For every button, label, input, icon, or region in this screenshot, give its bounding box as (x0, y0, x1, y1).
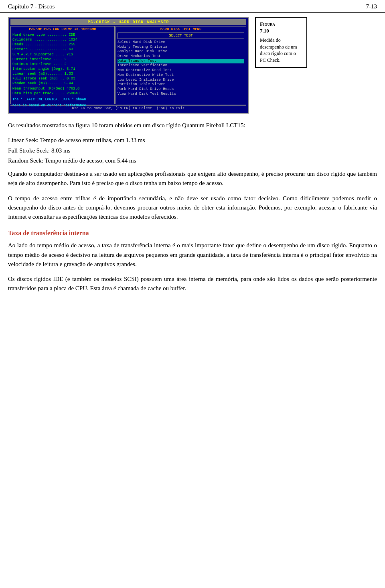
data-line: S.M.A.R.T Supported .... YES (12, 52, 113, 57)
menu-item: Low Level Initialise Drive (118, 78, 244, 83)
screen-left-panel: PARAMETERS FOR DRIVE #1.15003MB Hard dri… (10, 26, 115, 104)
data-line: Heads ................... 255 (12, 42, 113, 47)
note-line: The * EFFECTIVE LOGICAL DATA * shown (12, 98, 113, 102)
menu-item: Park Hard Disk Drive Heads (118, 87, 244, 92)
data-line: Mean throughput (KB/Sec) 4762.0 (12, 86, 113, 91)
paragraph-1: Quando o computador destina-se a ser usa… (8, 169, 377, 188)
figure-label: Figura 7.10 (260, 21, 302, 35)
data-line: Intersector angle (Deg). 5.71 (12, 67, 113, 71)
chapter-title: Capítulo 7 - Discos (8, 3, 55, 10)
figure-description: Medida do desempenho de um disco rígido … (260, 37, 302, 64)
figure-row: PC-CHECK - HARD DISK ANALYSER PARAMETERS… (8, 17, 377, 114)
select-test-box: SELECT TEST (118, 33, 244, 39)
data-line: Full stroke seek (mS) .. 0.03 (12, 76, 113, 81)
menu-item: Interleave Verification (118, 63, 244, 68)
left-data-lines: Hard drive type ......... IDECylinders .… (12, 33, 113, 96)
page-number: 7-13 (366, 3, 377, 10)
data-line: Linear seek (mS)....... 1.33 (12, 71, 113, 76)
figure-caption-box: Figura 7.10 Medida do desempenho de um d… (255, 17, 307, 68)
data-line: Hard drive type ......... IDE (12, 33, 113, 37)
spec-item: Linear Seek: Tempo de acesso entre trilh… (8, 136, 377, 145)
specs-list: Linear Seek: Tempo de acesso entre trilh… (8, 136, 377, 165)
spec-item: Full Stroke Seek: 8.03 ms (8, 146, 377, 155)
content-area: PC-CHECK - HARD DISK ANALYSER PARAMETERS… (0, 17, 385, 293)
data-line: Cylinders ............... 1024 (12, 37, 113, 42)
left-header: PARAMETERS FOR DRIVE #1.15003MB (12, 27, 113, 31)
menu-item: View Hard Disk Test Results (118, 92, 244, 97)
menu-item: Partition Table Viewer (118, 82, 244, 87)
menu-item: Select Hard Disk Drive (118, 40, 244, 45)
data-line: Optimum interleave .... 2 (12, 62, 113, 67)
intro-paragraph: Os resultados mostrados na figura 10 for… (8, 121, 377, 130)
menu-item: Data Transfer Test (118, 59, 244, 64)
menu-item: Analyse Hard Disk Drive (118, 49, 244, 54)
data-line: Random seek (mS)....... 5.44 (12, 81, 113, 86)
spec-item: Random Seek: Tempo médio de acesso, com … (8, 156, 377, 165)
screen-right-panel: HARD DISK TEST MENU SELECT TEST Select H… (116, 26, 246, 104)
menu-item: Non Destructive Read Test (118, 68, 244, 73)
page-header: Capítulo 7 - Discos 7-13 (0, 0, 385, 13)
screen-title: PC-CHECK - HARD DISK ANALYSER (10, 19, 246, 25)
menu-item: Non Destructive Write Test (118, 73, 244, 78)
paragraph-2: O tempo de acesso entre trilhas é de imp… (8, 194, 377, 222)
data-line: Sectors ................. 63 (12, 47, 113, 52)
menu-item: Drive Mechanics Test (118, 54, 244, 59)
paragraph-4: Os discos rígidos IDE (e também os model… (8, 275, 377, 293)
menu-items-list: Select Hard Disk DriveModify Testing Cri… (118, 40, 244, 96)
menu-item: Modify Testing Criteria (118, 45, 244, 50)
data-line: Current interleave .... 2 (12, 57, 113, 62)
data-line: Data bits per track .... 250040 (12, 91, 113, 96)
right-header: HARD DISK TEST MENU (118, 27, 244, 31)
paragraph-3: Ao lado do tempo médio de acesso, a taxa… (8, 241, 377, 269)
section-heading: Taxa de transferência interna (8, 230, 377, 237)
pc-check-screenshot: PC-CHECK - HARD DISK ANALYSER PARAMETERS… (8, 17, 249, 114)
screen-body: PARAMETERS FOR DRIVE #1.15003MB Hard dri… (10, 26, 246, 104)
